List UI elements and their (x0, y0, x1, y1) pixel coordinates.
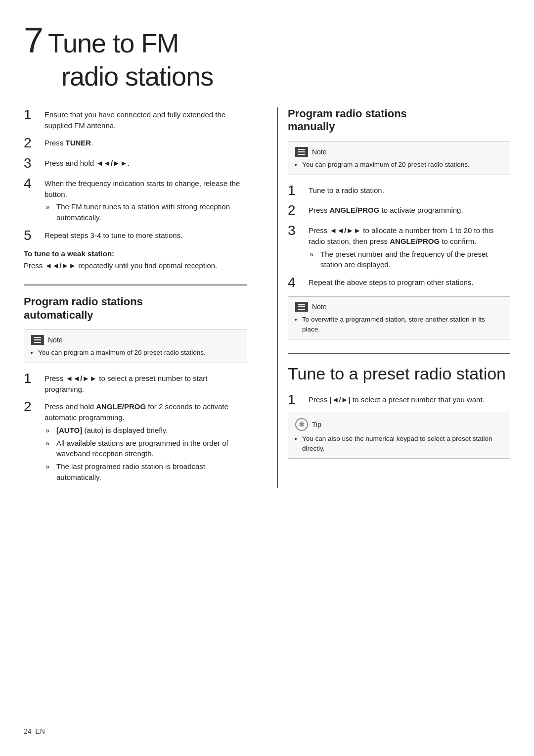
arrow-icon: » (45, 201, 53, 212)
page-number: 24 (24, 727, 32, 735)
note-icon (295, 302, 308, 312)
step-4-content: When the frequency indication starts to … (44, 176, 247, 223)
manual-note-label-2: Note (312, 302, 327, 312)
section-divider-preset (288, 353, 510, 354)
manual-step-num-4: 4 (288, 275, 306, 290)
auto-step-num-1: 1 (24, 371, 42, 386)
arrow-icon: » (45, 425, 53, 436)
manual-step-3-content: Press ◄◄/►► to allocate a number from 1 … (309, 223, 510, 270)
auto-step-2-sub-2: » All available stations are programmed … (45, 438, 247, 460)
manual-step-3: 3 Press ◄◄/►► to allocate a number from … (288, 223, 510, 270)
preset-step-1-content: Press |◄/►| to select a preset number th… (309, 392, 485, 405)
weak-station-text: Press ◄◄/►► repeatedly until you find op… (24, 260, 247, 271)
manual-note-item-1: You can program a maximum of 20 preset r… (302, 160, 503, 170)
auto-step-num-2: 2 (24, 399, 42, 415)
arrow-icon: » (45, 438, 53, 449)
step-1: 1 Ensure that you have connected and ful… (24, 107, 247, 131)
section-divider-auto (24, 284, 247, 285)
step-3: 3 Press and hold ◄◄/►►. (24, 156, 247, 171)
weak-station-label: To tune to a weak station: (24, 248, 247, 259)
auto-section-heading: Program radio stations automatically (24, 295, 247, 322)
left-column: 1 Ensure that you have connected and ful… (24, 107, 257, 488)
manual-step-num-1: 1 (288, 183, 306, 198)
tip-item-1: You can also use the numerical keypad to… (302, 434, 503, 453)
auto-note-label: Note (48, 335, 63, 345)
auto-note-box: Note You can program a maximum of 20 pre… (24, 330, 247, 363)
auto-step-2: 2 Press and hold ANGLE/PROG for 2 second… (24, 399, 247, 482)
auto-step-2-sub-3: » The last programed radio station is br… (45, 461, 247, 483)
manual-step-num-2: 2 (288, 203, 306, 218)
manual-section-heading: Program radio stations manually (288, 107, 510, 134)
tip-icon: ✱ (295, 418, 308, 431)
manual-step-1-content: Tune to a radio station. (309, 183, 384, 196)
manual-step-2-content: Press ANGLE/PROG to activate programming… (309, 203, 463, 216)
manual-note-list-2: To overwrite a programmed station, store… (302, 315, 503, 334)
step-3-content: Press and hold ◄◄/►►. (44, 156, 130, 169)
auto-step-1: 1 Press ◄◄/►► to select a preset number … (24, 371, 247, 395)
tip-header: ✱ Tip (295, 418, 503, 431)
tip-label: Tip (312, 420, 321, 429)
step-4-sub-1: » The FM tuner tunes to a station with s… (45, 201, 247, 223)
step-num-2: 2 (24, 136, 42, 151)
manual-note-header-2: Note (295, 302, 503, 312)
preset-step-1: 1 Press |◄/►| to select a preset number … (288, 392, 510, 408)
manual-step-4-content: Repeat the above steps to program other … (309, 275, 474, 288)
manual-note-box-2: Note To overwrite a programmed station, … (288, 296, 510, 339)
step-4: 4 When the frequency indication starts t… (24, 176, 247, 223)
auto-step-2-sub-1: » [AUTO] (auto) is displayed briefly. (45, 425, 247, 436)
note-icon (295, 147, 308, 157)
page-footer: 24 EN (24, 726, 45, 736)
step-num-3: 3 (24, 156, 42, 171)
step-2: 2 Press TUNER. (24, 136, 247, 151)
auto-note-item-1: You can program a maximum of 20 preset r… (38, 348, 240, 358)
auto-note-list: You can program a maximum of 20 preset r… (38, 348, 240, 358)
preset-section-heading: Tune to a preset radio station (288, 364, 510, 383)
step-5-content: Repeat steps 3-4 to tune to more station… (44, 228, 182, 241)
auto-step-2-content: Press and hold ANGLE/PROG for 2 seconds … (44, 399, 247, 482)
main-title: 7Tune to FM radio stations (24, 20, 510, 92)
step-num-5: 5 (24, 228, 42, 243)
manual-step-3-sub-1: » The preset number and the frequency of… (310, 249, 510, 271)
step-num-4: 4 (24, 176, 42, 191)
tip-box: ✱ Tip You can also use the numerical key… (288, 413, 510, 459)
step-num-1: 1 (24, 107, 42, 123)
preset-step-num-1: 1 (288, 392, 306, 408)
manual-note-item-2: To overwrite a programmed station, store… (302, 315, 503, 334)
chapter-number: 7 (24, 20, 43, 60)
manual-step-2: 2 Press ANGLE/PROG to activate programmi… (288, 203, 510, 218)
manual-note-header-1: Note (295, 147, 503, 157)
auto-step-1-content: Press ◄◄/►► to select a preset number to… (44, 371, 247, 395)
tip-list: You can also use the numerical keypad to… (302, 434, 503, 453)
arrow-icon: » (45, 461, 53, 472)
manual-note-box-1: Note You can program a maximum of 20 pre… (288, 142, 510, 175)
manual-step-1: 1 Tune to a radio station. (288, 183, 510, 198)
note-icon (31, 335, 44, 345)
manual-step-num-3: 3 (288, 223, 306, 238)
manual-step-4: 4 Repeat the above steps to program othe… (288, 275, 510, 290)
right-column: Program radio stations manually Note (277, 107, 510, 488)
manual-note-label-1: Note (312, 147, 327, 157)
step-2-content: Press TUNER. (44, 136, 93, 148)
arrow-icon: » (310, 249, 317, 260)
step-1-content: Ensure that you have connected and fully… (44, 107, 247, 131)
step-5: 5 Repeat steps 3-4 to tune to more stati… (24, 228, 247, 243)
auto-note-header: Note (31, 335, 240, 345)
manual-note-list-1: You can program a maximum of 20 preset r… (302, 160, 503, 170)
page-lang: EN (35, 727, 44, 735)
